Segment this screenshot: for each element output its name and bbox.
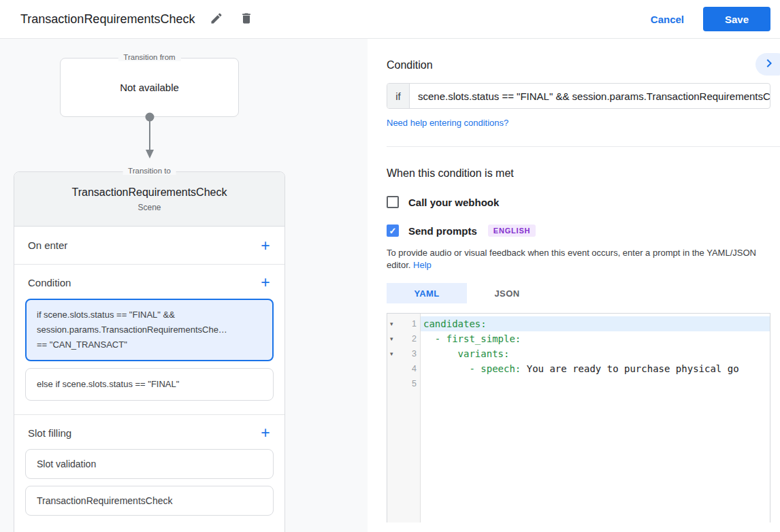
scene-name: TransactionRequirementsCheck bbox=[14, 172, 285, 199]
condition-heading: Condition bbox=[387, 59, 770, 71]
condition-expression-input[interactable]: scene.slots.status == "FINAL" && session… bbox=[410, 84, 770, 108]
transition-from-value: Not available bbox=[120, 82, 179, 93]
detail-panel: Condition if scene.slots.status == "FINA… bbox=[368, 39, 780, 532]
send-prompts-label: Send prompts bbox=[408, 225, 477, 237]
send-prompts-row: ✓ Send prompts ENGLISH bbox=[387, 225, 770, 237]
code-line[interactable]: candidates: bbox=[421, 316, 770, 331]
slot-card-list: Slot validationTransactionRequirementsCh… bbox=[25, 449, 274, 516]
top-bar: TransactionRequirementsCheck Cancel Save bbox=[0, 0, 780, 39]
condition-card-list: if scene.slots.status == "FINAL" &&sessi… bbox=[25, 299, 274, 401]
transition-from-box: Transition from Not available bbox=[60, 58, 239, 117]
help-link[interactable]: Help bbox=[413, 260, 432, 270]
fold-arrow-icon[interactable]: ▾ bbox=[387, 320, 398, 327]
fold-arrow-icon[interactable]: ▾ bbox=[387, 335, 398, 342]
scene-card-header: TransactionRequirementsCheck Scene bbox=[14, 172, 285, 227]
tab-yaml[interactable]: YAML bbox=[387, 283, 467, 303]
condition-help-link[interactable]: Need help entering conditions? bbox=[387, 118, 508, 128]
slot-filling-card[interactable]: TransactionRequirementsCheck bbox=[25, 486, 274, 516]
line-number: 3 bbox=[398, 349, 420, 359]
condition-section: Condition + if scene.slots.status == "FI… bbox=[14, 265, 285, 415]
trash-icon bbox=[240, 12, 253, 27]
condition-section-label: Condition bbox=[28, 277, 71, 288]
send-prompts-checkbox[interactable]: ✓ bbox=[387, 225, 399, 237]
code-line[interactable] bbox=[421, 376, 770, 391]
scene-canvas: Transition from Not available Transition… bbox=[0, 39, 368, 532]
prompt-helper-text: To provide audio or visual feedback when… bbox=[387, 247, 760, 271]
scene-type-label: Scene bbox=[14, 203, 285, 212]
chevron-right-icon bbox=[761, 55, 777, 73]
editor-code-area[interactable]: candidates: - first_simple: variants: - … bbox=[421, 314, 770, 522]
line-number: 1 bbox=[398, 319, 420, 329]
editor-tabs: YAMLJSON bbox=[387, 283, 770, 303]
on-enter-label: On enter bbox=[28, 239, 67, 251]
on-enter-section: On enter + bbox=[14, 227, 285, 265]
transition-from-legend: Transition from bbox=[118, 53, 180, 61]
scene-card: Transition to TransactionRequirementsChe… bbox=[14, 171, 285, 532]
add-condition-button[interactable]: + bbox=[257, 274, 274, 290]
call-webhook-label: Call your webhook bbox=[408, 197, 499, 208]
webhook-row: Call your webhook bbox=[387, 196, 770, 208]
tab-json[interactable]: JSON bbox=[467, 283, 547, 303]
line-number: 5 bbox=[398, 379, 420, 388]
code-line[interactable]: variants: bbox=[421, 346, 770, 361]
save-button[interactable]: Save bbox=[703, 7, 770, 31]
collapse-panel-button[interactable] bbox=[755, 53, 780, 76]
transition-to-legend: Transition to bbox=[123, 167, 176, 175]
call-webhook-checkbox[interactable] bbox=[387, 196, 399, 208]
section-divider bbox=[387, 146, 780, 147]
fold-arrow-icon[interactable]: ▾ bbox=[387, 350, 398, 357]
slot-filling-section-label: Slot filling bbox=[28, 427, 71, 439]
slot-filling-section: Slot filling + Slot validationTransactio… bbox=[14, 415, 285, 529]
edit-title-button[interactable] bbox=[208, 11, 225, 27]
line-number: 4 bbox=[398, 364, 420, 373]
condition-card[interactable]: if scene.slots.status == "FINAL" &&sessi… bbox=[25, 299, 274, 361]
transition-arrow bbox=[140, 112, 159, 162]
if-prefix-label: if bbox=[387, 84, 410, 108]
cancel-button[interactable]: Cancel bbox=[651, 14, 684, 25]
add-on-enter-button[interactable]: + bbox=[257, 237, 274, 254]
language-badge: ENGLISH bbox=[488, 225, 536, 237]
code-line[interactable]: - first_simple: bbox=[421, 331, 770, 346]
editor-gutter: ▾1▾2▾345 bbox=[387, 314, 421, 522]
line-number: 2 bbox=[398, 334, 420, 344]
condition-input-group: if scene.slots.status == "FINAL" && sess… bbox=[387, 83, 770, 109]
delete-scene-button[interactable] bbox=[238, 11, 255, 27]
slot-filling-card[interactable]: Slot validation bbox=[25, 449, 274, 479]
add-slot-button[interactable]: + bbox=[257, 425, 274, 441]
page-title: TransactionRequirementsCheck bbox=[20, 12, 195, 27]
when-met-heading: When this condition is met bbox=[387, 167, 770, 180]
yaml-editor[interactable]: ▾1▾2▾345 candidates: - first_simple: var… bbox=[387, 313, 770, 522]
condition-card[interactable]: else if scene.slots.status == "FINAL" bbox=[25, 368, 274, 401]
pencil-icon bbox=[210, 12, 223, 27]
code-line[interactable]: - speech: You are ready to purchase phys… bbox=[421, 361, 770, 376]
